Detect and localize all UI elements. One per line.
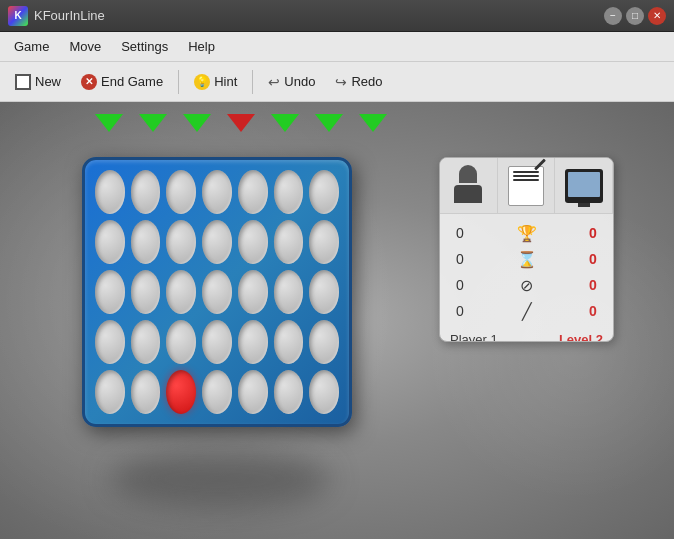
undo-label: Undo (284, 74, 315, 89)
cell-17[interactable] (202, 270, 232, 314)
score-right-3: 0 (583, 303, 603, 319)
cell-29[interactable] (131, 370, 161, 414)
toolbar: New ✕ End Game 💡 Hint ↩ Undo ↪ Redo (0, 62, 674, 102)
end-game-label: End Game (101, 74, 163, 89)
new-label: New (35, 74, 61, 89)
cell-33[interactable] (274, 370, 304, 414)
score-left-1: 0 (450, 251, 470, 267)
paper-line-3 (513, 179, 539, 181)
cell-11[interactable] (238, 220, 268, 264)
paper-icon (508, 166, 544, 206)
score-left-3: 0 (450, 303, 470, 319)
undo-button[interactable]: ↩ Undo (259, 69, 324, 95)
redo-icon: ↪ (335, 74, 347, 90)
cell-5[interactable] (274, 170, 304, 214)
arrow-4[interactable] (271, 114, 299, 132)
cell-4[interactable] (238, 170, 268, 214)
cell-23[interactable] (166, 320, 196, 364)
cell-13[interactable] (309, 220, 339, 264)
menu-settings[interactable]: Settings (111, 35, 178, 58)
cell-15[interactable] (131, 270, 161, 314)
menu-help[interactable]: Help (178, 35, 225, 58)
cell-25[interactable] (238, 320, 268, 364)
score-row-3: 0╱0 (450, 298, 603, 324)
cell-2[interactable] (166, 170, 196, 214)
cell-10[interactable] (202, 220, 232, 264)
avatar-head (459, 165, 477, 183)
score-row-0: 0🏆0 (450, 220, 603, 246)
score-panel-header (440, 158, 613, 214)
cell-14[interactable] (95, 270, 125, 314)
cell-32[interactable] (238, 370, 268, 414)
arrow-1[interactable] (139, 114, 167, 132)
menu-move[interactable]: Move (59, 35, 111, 58)
cell-0[interactable] (95, 170, 125, 214)
minimize-button[interactable]: − (604, 7, 622, 25)
cell-1[interactable] (131, 170, 161, 214)
cell-27[interactable] (309, 320, 339, 364)
hint-label: Hint (214, 74, 237, 89)
cell-26[interactable] (274, 320, 304, 364)
cell-24[interactable] (202, 320, 232, 364)
hint-icon: 💡 (194, 74, 210, 90)
player1-avatar (450, 165, 486, 207)
main-area: 0🏆00⌛00⊘00╱0 Player 1 Level 2 (0, 102, 674, 539)
redo-button[interactable]: ↪ Redo (326, 69, 391, 95)
player2-icon-box (498, 158, 556, 213)
redo-label: Redo (351, 74, 382, 89)
score-panel: 0🏆00⌛00⊘00╱0 Player 1 Level 2 (439, 157, 614, 342)
score-icon-2: ⊘ (512, 276, 542, 295)
cell-16[interactable] (166, 270, 196, 314)
arrow-0[interactable] (95, 114, 123, 132)
cell-12[interactable] (274, 220, 304, 264)
title-bar: K KFourInLine − □ ✕ (0, 0, 674, 32)
score-rows: 0🏆00⌛00⊘00╱0 (440, 214, 613, 330)
arrow-3[interactable] (227, 114, 255, 132)
menu-game[interactable]: Game (4, 35, 59, 58)
score-icon-0: 🏆 (512, 224, 542, 243)
score-icon-3: ╱ (512, 302, 542, 321)
cell-6[interactable] (309, 170, 339, 214)
toolbar-separator-2 (252, 70, 253, 94)
arrow-5[interactable] (315, 114, 343, 132)
level-label: Level 2 (559, 332, 603, 342)
stop-icon: ✕ (81, 74, 97, 90)
monitor-stand (578, 203, 590, 207)
cell-28[interactable] (95, 370, 125, 414)
arrow-6[interactable] (359, 114, 387, 132)
score-icon-1: ⌛ (512, 250, 542, 269)
arrow-2[interactable] (183, 114, 211, 132)
avatar-body (454, 185, 482, 203)
paper-line-2 (513, 175, 539, 177)
cell-8[interactable] (131, 220, 161, 264)
close-button[interactable]: ✕ (648, 7, 666, 25)
score-left-0: 0 (450, 225, 470, 241)
window-controls: − □ ✕ (604, 7, 666, 25)
new-button[interactable]: New (6, 69, 70, 95)
game-board[interactable] (82, 157, 352, 427)
app-icon: K (8, 6, 28, 26)
cell-9[interactable] (166, 220, 196, 264)
score-footer: Player 1 Level 2 (440, 330, 613, 342)
maximize-button[interactable]: □ (626, 7, 644, 25)
cell-7[interactable] (95, 220, 125, 264)
cell-34[interactable] (309, 370, 339, 414)
cell-19[interactable] (274, 270, 304, 314)
monitor-icon (565, 169, 603, 203)
score-row-2: 0⊘0 (450, 272, 603, 298)
pen-icon (534, 158, 546, 170)
cell-21[interactable] (95, 320, 125, 364)
new-icon (15, 74, 31, 90)
cell-20[interactable] (309, 270, 339, 314)
end-game-button[interactable]: ✕ End Game (72, 69, 172, 95)
cell-30[interactable] (166, 370, 196, 414)
cell-31[interactable] (202, 370, 232, 414)
hint-button[interactable]: 💡 Hint (185, 69, 246, 95)
cell-18[interactable] (238, 270, 268, 314)
cell-22[interactable] (131, 320, 161, 364)
arrows-row (95, 114, 387, 132)
cell-3[interactable] (202, 170, 232, 214)
player1-icon-box (440, 158, 498, 213)
paper-line-1 (513, 171, 539, 173)
score-right-2: 0 (583, 277, 603, 293)
